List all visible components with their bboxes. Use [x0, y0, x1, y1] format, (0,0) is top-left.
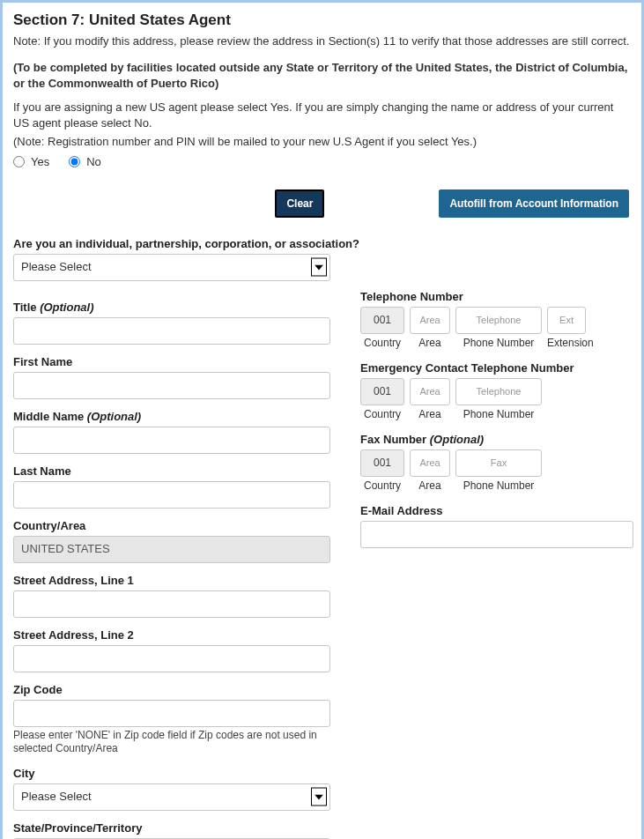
city-select[interactable]: Please Select [13, 783, 330, 811]
telephone-ext[interactable]: Ext [547, 307, 586, 334]
country-area-label: Country/Area [13, 519, 330, 532]
telephone-area[interactable]: Area [410, 307, 450, 334]
emergency-sub-phone: Phone Number [455, 408, 542, 420]
radio-no[interactable] [69, 156, 80, 167]
radio-no-label[interactable]: No [69, 155, 101, 168]
assign-instruction: If you are assigning a new US agent plea… [13, 100, 631, 130]
entity-type-label: Are you an individual, partnership, corp… [13, 237, 631, 250]
title-label: Title (Optional) [13, 301, 330, 314]
completion-scope: (To be completed by facilities located o… [13, 60, 631, 91]
middle-name-input[interactable] [13, 427, 330, 454]
assign-radio-group: Yes No [13, 155, 631, 168]
telephone-sub-ext: Extension [547, 337, 586, 349]
emergency-sublabels: Country Area Phone Number [360, 408, 633, 420]
fax-optional: (Optional) [430, 433, 484, 446]
fax-sub-phone: Phone Number [455, 479, 542, 492]
fax-label-text: Fax Number [360, 433, 426, 446]
last-name-label: Last Name [13, 464, 330, 478]
title-input[interactable] [13, 317, 330, 345]
fax-sub-area: Area [410, 479, 450, 492]
entity-type-value: Please Select [13, 254, 330, 281]
last-name-input[interactable] [13, 481, 330, 509]
first-name-label: First Name [13, 355, 330, 368]
emergency-country[interactable]: 001 [360, 378, 404, 405]
city-label: City [13, 767, 330, 780]
zip-help: Please enter 'NONE' in Zip code field if… [13, 729, 330, 756]
fax-sublabels: Country Area Phone Number [360, 479, 633, 492]
state-label: State/Province/Territory [13, 821, 330, 835]
radio-yes-text: Yes [31, 155, 49, 168]
emergency-sub-country: Country [360, 408, 404, 420]
emergency-area[interactable]: Area [410, 378, 450, 405]
middle-name-optional: (Optional) [87, 410, 141, 423]
title-optional: (Optional) [40, 301, 93, 314]
street1-input[interactable] [13, 590, 330, 618]
fax-country[interactable]: 001 [360, 449, 404, 477]
fax-area[interactable]: Area [410, 449, 450, 477]
country-area-value: UNITED STATES [13, 536, 330, 563]
telephone-label: Telephone Number [360, 290, 633, 303]
radio-no-text: No [86, 155, 101, 168]
radio-yes[interactable] [13, 156, 25, 167]
radio-yes-label[interactable]: Yes [13, 155, 49, 168]
first-name-input[interactable] [13, 372, 330, 399]
telephone-country[interactable]: 001 [360, 307, 404, 334]
fax-number[interactable]: Fax [455, 449, 542, 477]
autofill-button[interactable]: Autofill from Account Information [439, 189, 629, 218]
middle-name-label-text: Middle Name [13, 410, 84, 423]
street2-input[interactable] [13, 645, 330, 672]
street2-label: Street Address, Line 2 [13, 628, 330, 642]
telephone-sublabels: Country Area Phone Number Extension [360, 337, 633, 349]
emergency-label: Emergency Contact Telephone Number [360, 361, 633, 375]
assign-note: (Note: Registration number and PIN will … [13, 134, 631, 150]
emergency-sub-area: Area [410, 408, 450, 420]
telephone-sub-area: Area [410, 337, 450, 349]
city-value: Please Select [13, 783, 330, 811]
fax-sub-country: Country [360, 479, 404, 492]
middle-name-label: Middle Name (Optional) [13, 410, 330, 423]
fax-label: Fax Number (Optional) [360, 433, 633, 446]
telephone-sub-phone: Phone Number [455, 337, 542, 349]
modify-note: Note: If you modify this address, please… [13, 34, 631, 48]
zip-input[interactable] [13, 700, 330, 727]
email-label: E-Mail Address [360, 504, 633, 517]
telephone-sub-country: Country [360, 337, 404, 349]
emergency-number[interactable]: Telephone [455, 378, 542, 405]
section-heading: Section 7: United States Agent [13, 11, 631, 29]
entity-type-select[interactable]: Please Select [13, 254, 330, 281]
clear-button[interactable]: Clear [275, 189, 324, 218]
zip-label: Zip Code [13, 683, 330, 696]
title-label-text: Title [13, 301, 37, 314]
street1-label: Street Address, Line 1 [13, 574, 330, 587]
telephone-number[interactable]: Telephone [455, 307, 542, 334]
email-input[interactable] [360, 521, 633, 548]
